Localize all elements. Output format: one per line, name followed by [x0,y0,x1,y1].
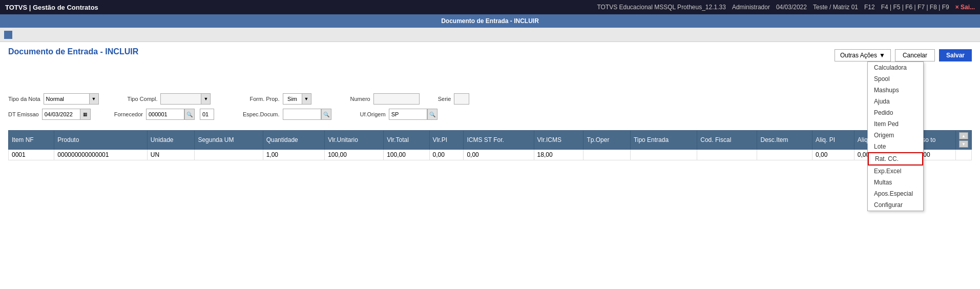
col-produto: Produto [54,131,148,150]
table-row[interactable]: 0001000000000000001UN1,00100,00100,000,0… [9,150,972,160]
espec-search-icon[interactable]: 🔍 [321,109,331,120]
espec-docum-input[interactable] [283,109,321,120]
outras-acoes-button[interactable]: Outras Ações ▼ [835,49,891,61]
numero-label: Numero [350,96,370,102]
dt-emissao-label: DT Emissao [8,111,39,117]
table-cell [697,150,757,160]
serie-label: Serie [438,96,451,102]
fornecedor-field: Fornecedor 000001 🔍 01 [114,109,214,120]
dropdown-item[interactable]: Origem [868,130,923,141]
dropdown-item[interactable]: Item Ped [868,118,923,130]
close-button[interactable]: × Sai... [955,4,975,11]
table-cell: 0,00 [464,150,534,160]
table-cell [583,150,630,160]
cancelar-button[interactable]: Cancelar [895,49,935,61]
window-header [0,28,980,42]
fornecedor-num-input[interactable]: 01 [200,109,214,120]
uf-origem-input[interactable]: SP [389,109,427,120]
tipo-da-nota-select: Normal ▼ [44,93,99,105]
dropdown-item[interactable]: Apos.Especial [868,188,923,199]
calendar-icon[interactable]: ▦ [80,109,91,120]
col-vlr-total: Vlr.Total [384,131,429,150]
date-info: 04/03/2022 [776,4,807,11]
window-icon [4,31,12,39]
dropdown-item[interactable]: Configurar [868,199,923,211]
uf-search-icon[interactable]: 🔍 [427,109,437,120]
table-cell [630,150,697,160]
scroll-down-button[interactable]: ▼ [959,140,968,148]
col-cod-fiscal: Cod. Fiscal [697,131,757,150]
fornecedor-label: Fornecedor [114,111,143,117]
fornecedor-search-icon[interactable]: 🔍 [184,109,195,120]
dt-emissao-wrapper: 04/03/2022 ▦ [42,109,91,120]
espec-docum-field: Espec.Docum. 🔍 [243,109,331,120]
col-vlr-pi: Vlr.PI [429,131,464,150]
scroll-col: ▲ ▼ [956,131,972,150]
numero-input[interactable] [373,93,420,105]
tipo-compl-label: Tipo Compl. [128,96,158,102]
espec-docum-wrapper: 🔍 [283,109,331,120]
table-cell: 100,00 [384,150,429,160]
tipo-da-nota-arrow[interactable]: ▼ [90,93,99,105]
outras-acoes-dropdown: CalculadoraSpoolMashupsAjudaPedidoItem P… [867,61,924,211]
dropdown-item[interactable]: Spool [868,73,923,85]
table-cell: 1,00 [263,150,324,160]
form-row-1: Tipo da Nota Normal ▼ Tipo Compl. ▼ Form… [8,93,972,105]
col-aliq-pi: Aliq. PI [812,131,854,150]
table-cell: 100,00 [325,150,384,160]
environment-info: Teste / Matriz 01 [813,4,858,11]
col-vlr-unitario: Vlr.Unitario [325,131,384,150]
col-desc-item: Desc.Item [757,131,812,150]
table-cell: 18,00 [534,150,583,160]
table-cell: 0001 [9,150,54,160]
form-row-2: DT Emissao 04/03/2022 ▦ Fornecedor 00000… [8,109,972,120]
col-unidade: Unidade [147,131,195,150]
serie-field: Serie [438,93,470,105]
dropdown-item[interactable]: Mashups [868,85,923,96]
dropdown-arrow-icon: ▼ [879,52,885,59]
dropdown-item[interactable]: Calculadora [868,62,923,73]
col-tp-oper: Tp.Oper [583,131,630,150]
form-area: Tipo da Nota Normal ▼ Tipo Compl. ▼ Form… [0,89,980,128]
fornecedor-input[interactable]: 000001 [146,109,184,120]
dt-emissao-field: DT Emissao 04/03/2022 ▦ [8,109,91,120]
col-segunda-um: Segunda UM [195,131,263,150]
form-prop-field: Form. Prop. Sim ▼ [249,93,311,105]
col-vlr-icms: Vlr.ICMS [534,131,583,150]
table-cell [956,150,972,160]
tipo-compl-select: ▼ [160,93,211,105]
tipo-da-nota-label: Tipo da Nota [8,96,40,102]
dropdown-item[interactable]: Pedido [868,107,923,118]
table-header-row: Item NF Produto Unidade Segunda UM Quant… [9,131,972,150]
items-table: Item NF Produto Unidade Segunda UM Quant… [8,130,972,160]
shortcut-info: F12 [864,4,875,11]
col-icms-st-for: ICMS ST For. [464,131,534,150]
serie-input[interactable] [454,93,469,105]
form-prop-input[interactable]: Sim [283,93,302,105]
user-info: Administrador [732,4,770,11]
dropdown-item[interactable]: Exp.Excel [868,166,923,177]
dropdown-item[interactable]: Rat. CC. [868,152,923,166]
salvar-button[interactable]: Salvar [939,49,972,61]
table-cell: 0,00 [812,150,854,160]
col-quantidade: Quantidade [263,131,324,150]
top-bar: TOTVS | Gestão de Contratos TOTVS Educac… [0,0,980,14]
title-bar: Documento de Entrada - INCLUIR [0,14,980,28]
dropdown-item[interactable]: Lote [868,141,923,152]
numero-field: Numero [350,93,420,105]
uf-origem-label: Uf.Origem [360,111,386,117]
title-bar-text: Documento de Entrada - INCLUIR [441,17,539,25]
scroll-up-button[interactable]: ▲ [959,132,968,139]
tipo-da-nota-input[interactable]: Normal [44,93,90,105]
system-info: TOTVS Educacional MSSQL Protheus_12.1.33 [597,4,725,11]
tipo-compl-input[interactable] [160,93,201,105]
dt-emissao-input[interactable]: 04/03/2022 [42,109,80,120]
form-prop-arrow[interactable]: ▼ [302,93,311,105]
dropdown-item[interactable]: Ajuda [868,96,923,107]
table-cell: 0,00 [429,150,464,160]
data-table-wrapper: Item NF Produto Unidade Segunda UM Quant… [0,130,980,160]
col-tipo-entrada: Tipo Entrada [630,131,697,150]
tipo-compl-arrow[interactable]: ▼ [201,93,211,105]
dropdown-item[interactable]: Multas [868,177,923,188]
table-cell: 000000000000001 [54,150,148,160]
